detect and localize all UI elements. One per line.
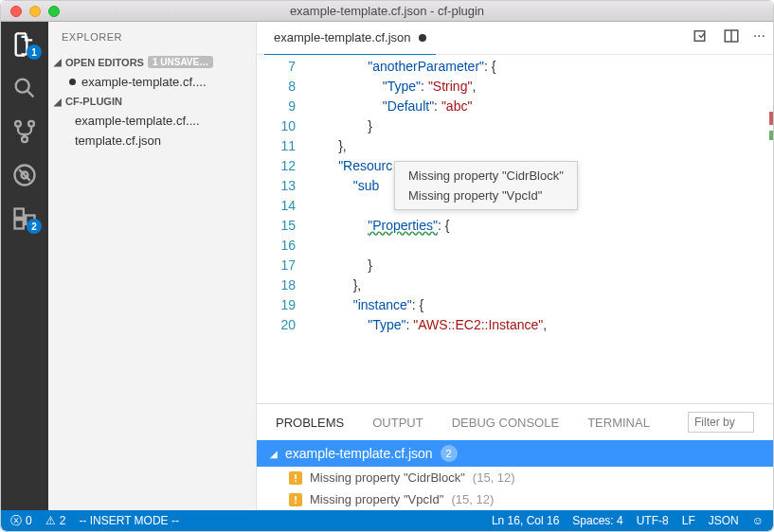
problem-message: Missing property "VpcId": [310, 492, 443, 506]
svg-point-4: [22, 136, 27, 142]
warning-icon: !: [289, 471, 302, 485]
editor-area: example-template.cf.json ··· 78910111213…: [257, 22, 773, 510]
tab-label: example-template.cf.json: [274, 30, 411, 44]
file-label: template.cf.json: [75, 133, 161, 148]
compare-changes-icon[interactable]: [693, 27, 710, 48]
unsaved-badge: 1 UNSAVE…: [148, 56, 213, 68]
tooltip-line: Missing property "CidrBlock": [395, 166, 577, 186]
open-editors-header[interactable]: ◢ OPEN EDITORS 1 UNSAVE…: [48, 52, 256, 72]
svg-point-2: [15, 121, 21, 127]
status-eol[interactable]: LF: [682, 514, 695, 527]
chevron-down-icon: ◢: [54, 57, 62, 67]
tab-output[interactable]: OUTPUT: [372, 416, 423, 430]
file-item[interactable]: example-template.cf....: [48, 111, 256, 131]
problems-count-badge: 2: [441, 445, 458, 462]
panel-tabs: PROBLEMS OUTPUT DEBUG CONSOLE TERMINAL: [257, 404, 773, 440]
search-icon[interactable]: [11, 75, 38, 101]
overview-ruler-error: [769, 112, 773, 125]
workspace-header[interactable]: ◢ CF-PLUGIN: [48, 92, 256, 111]
svg-rect-10: [15, 220, 24, 228]
extensions-icon[interactable]: 2: [11, 205, 38, 232]
file-label: example-template.cf....: [75, 114, 200, 128]
chevron-down-icon: ◢: [54, 97, 62, 107]
svg-line-1: [27, 91, 33, 97]
problem-location: (15, 12): [451, 492, 494, 506]
tab-problems[interactable]: PROBLEMS: [276, 416, 344, 430]
filter-input[interactable]: [688, 412, 754, 433]
problem-item[interactable]: ! Missing property "VpcId" (15, 12): [257, 488, 773, 510]
source-control-icon[interactable]: [11, 118, 38, 145]
problems-file-label: example-template.cf.json: [285, 446, 433, 461]
modified-dot-icon: [69, 79, 76, 85]
explorer-icon[interactable]: 1: [11, 31, 38, 58]
explorer-badge: 1: [27, 44, 42, 60]
feedback-icon[interactable]: ☺: [752, 514, 764, 527]
open-editor-item[interactable]: example-template.cf....: [48, 72, 256, 92]
status-indentation[interactable]: Spaces: 4: [572, 514, 622, 527]
workspace-label: CF-PLUGIN: [65, 96, 122, 107]
status-cursor-position[interactable]: Ln 16, Col 16: [492, 514, 559, 527]
split-editor-icon[interactable]: [723, 27, 740, 48]
sidebar-title: EXPLORER: [48, 22, 256, 52]
file-item[interactable]: template.cf.json: [48, 131, 256, 151]
problem-message: Missing property "CidrBlock": [310, 470, 465, 485]
debug-icon[interactable]: [11, 162, 38, 188]
titlebar: example-template.cf.json - cf-plugin: [1, 1, 773, 22]
hover-tooltip: Missing property "CidrBlock" Missing pro…: [394, 161, 578, 210]
extensions-badge: 2: [27, 219, 42, 234]
problem-item[interactable]: ! Missing property "CidrBlock" (15, 12): [257, 467, 773, 488]
status-warnings[interactable]: ⚠ 2: [45, 514, 66, 527]
status-encoding[interactable]: UTF-8: [637, 514, 669, 527]
open-editors-label: OPEN EDITORS: [65, 57, 144, 68]
svg-point-0: [16, 80, 29, 93]
problem-location: (15, 12): [473, 470, 515, 485]
bottom-panel: PROBLEMS OUTPUT DEBUG CONSOLE TERMINAL ◢…: [257, 403, 773, 510]
warning-icon: !: [289, 493, 302, 506]
file-label: example-template.cf....: [81, 75, 207, 89]
status-bar: ⓧ 0 ⚠ 2 -- INSERT MODE -- Ln 16, Col 16 …: [1, 510, 773, 531]
modified-dot-icon: [419, 34, 426, 42]
window-title: example-template.cf.json - cf-plugin: [1, 4, 773, 18]
line-number-gutter: 7891011121314151617181920: [257, 55, 309, 403]
status-language[interactable]: JSON: [709, 514, 739, 527]
code-editor[interactable]: 7891011121314151617181920 "anotherParame…: [257, 55, 773, 403]
status-errors[interactable]: ⓧ 0: [10, 513, 32, 529]
tab-terminal[interactable]: TERMINAL: [587, 416, 650, 430]
tab-example-template[interactable]: example-template.cf.json: [264, 22, 436, 55]
tab-bar: example-template.cf.json ···: [257, 22, 773, 55]
svg-point-3: [28, 121, 34, 127]
activity-bar: 1 2: [1, 22, 48, 510]
overview-ruler-info: [769, 131, 773, 140]
sidebar: EXPLORER ◢ OPEN EDITORS 1 UNSAVE… exampl…: [48, 22, 257, 510]
tooltip-line: Missing property "VpcId": [395, 186, 577, 205]
chevron-down-icon: ◢: [270, 449, 278, 459]
code-content[interactable]: "anotherParameter": { "Type": "String", …: [309, 55, 773, 403]
tab-debug-console[interactable]: DEBUG CONSOLE: [452, 416, 559, 430]
svg-rect-9: [15, 209, 24, 218]
more-actions-icon[interactable]: ···: [753, 27, 765, 48]
status-editor-mode: -- INSERT MODE --: [79, 514, 179, 527]
problems-file-row[interactable]: ◢ example-template.cf.json 2: [257, 440, 773, 467]
